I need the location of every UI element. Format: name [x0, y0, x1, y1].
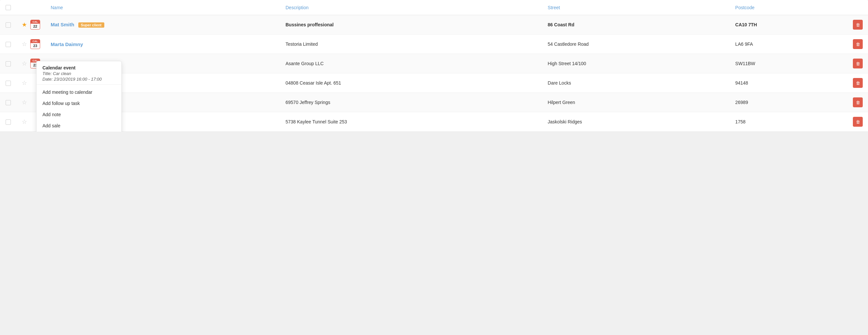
delete-button[interactable]: 🗑 — [853, 78, 863, 88]
cal-month-label: CAL — [31, 20, 40, 24]
row-actions-cell: 🗑 — [847, 35, 868, 54]
row-postcode-cell: 26989 — [730, 93, 847, 112]
row-name-cell: Marta Daimny — [45, 35, 280, 54]
row-actions-cell: 🗑 — [847, 112, 868, 132]
street-text: Dare Locks — [548, 80, 571, 86]
popup-event-title: Title: Car clean — [42, 71, 116, 76]
row-street-cell: Hilpert Green — [542, 93, 730, 112]
table-row: ☆ CAL 23 Martin Kowalsky VIP Asante Grou… — [0, 54, 868, 73]
title-label: Title: — [42, 71, 52, 76]
select-all-checkbox[interactable] — [6, 5, 11, 10]
row-checkbox[interactable] — [6, 100, 11, 105]
table-row: ★ CAL 22 Mat Smith Super client Bussines… — [0, 15, 868, 35]
description-text: Bussines proffesional — [286, 22, 334, 27]
row-postcode-cell: LA6 9FA — [730, 35, 847, 54]
row-description-cell: Testoria Limited — [280, 35, 542, 54]
postcode-text: 1758 — [735, 119, 746, 124]
street-text: Hilpert Green — [548, 100, 575, 105]
row-checkbox[interactable] — [6, 61, 11, 66]
row-checkbox-cell — [0, 73, 17, 93]
popup-title: Calendar event — [42, 65, 116, 70]
row-actions-cell: 🗑 — [847, 15, 868, 35]
popup-menu-item-note[interactable]: Add note — [36, 109, 121, 120]
event-date-value: 23/10/2019 16:00 - 17:00 — [54, 77, 102, 82]
row-description-cell: 69570 Jeffrey Springs — [280, 93, 542, 112]
calendar-event-popup: Calendar event Title: Car clean Date: 23… — [36, 61, 122, 132]
row-checkbox[interactable] — [6, 81, 11, 86]
star-icon[interactable]: ☆ — [22, 118, 27, 125]
super-client-badge: Super client — [78, 22, 104, 28]
postcode-text: 26989 — [735, 100, 748, 105]
row-actions-cell: 🗑 — [847, 93, 868, 112]
row-street-cell: Dare Locks — [542, 73, 730, 93]
popup-menu-item-followup[interactable]: Add follow up task — [36, 98, 121, 109]
table-row: ☆ tag2 tag3 69570 Jeffrey Springs Hilper… — [0, 93, 868, 112]
popup-menu-item-sale[interactable]: Add sale — [36, 120, 121, 131]
row-checkbox[interactable] — [6, 119, 11, 125]
row-description-cell: 04808 Ceasar Isle Apt. 651 — [280, 73, 542, 93]
star-icon[interactable]: ☆ — [22, 40, 27, 48]
star-icon[interactable]: ★ — [22, 21, 27, 28]
icons-col-header — [17, 0, 45, 15]
row-name-cell: Mat Smith Super client — [45, 15, 280, 35]
description-text: 04808 Ceasar Isle Apt. 651 — [286, 80, 341, 86]
table-row: ☆ 5738 Kaylee Tunnel Suite 253 Jaskolski… — [0, 112, 868, 132]
star-icon[interactable]: ☆ — [22, 79, 27, 87]
star-icon[interactable]: ☆ — [22, 99, 27, 106]
row-street-cell: 86 Coast Rd — [542, 15, 730, 35]
street-text: High Street 14/100 — [548, 61, 586, 66]
row-icons-cell: ☆ CAL 23 — [17, 35, 45, 54]
delete-button[interactable]: 🗑 — [853, 97, 863, 107]
select-all-col — [0, 0, 17, 15]
delete-button[interactable]: 🗑 — [853, 59, 863, 68]
row-description-cell: Asante Group LLC — [280, 54, 542, 73]
street-col-header: Street — [542, 0, 730, 15]
row-checkbox[interactable] — [6, 22, 11, 28]
popup-header: Calendar event Title: Car clean Date: 23… — [36, 65, 121, 85]
actions-col-header — [847, 0, 868, 15]
calendar-icon[interactable]: CAL 23 — [30, 39, 40, 49]
row-street-cell: High Street 14/100 — [542, 54, 730, 73]
postcode-text: CA10 7TH — [735, 22, 757, 27]
table-row: ☆ 04808 Ceasar Isle Apt. 651 Dare Locks … — [0, 73, 868, 93]
row-postcode-cell: CA10 7TH — [730, 15, 847, 35]
row-description-cell: Bussines proffesional — [280, 15, 542, 35]
row-description-cell: 5738 Kaylee Tunnel Suite 253 — [280, 112, 542, 132]
postcode-text: LA6 9FA — [735, 41, 753, 47]
date-label: Date: — [42, 77, 53, 82]
row-street-cell: 54 Castledore Road — [542, 35, 730, 54]
popup-event-date: Date: 23/10/2019 16:00 - 17:00 — [42, 77, 116, 82]
row-actions-cell: 🗑 — [847, 73, 868, 93]
postcode-text: 94148 — [735, 80, 748, 86]
row-postcode-cell: 94148 — [730, 73, 847, 93]
event-title-value: Car clean — [53, 71, 71, 76]
contact-name-link[interactable]: Mat Smith — [51, 22, 74, 27]
cal-day-label: 23 — [33, 43, 37, 49]
name-col-header: Name — [45, 0, 280, 15]
postcode-col-header: Postcode — [730, 0, 847, 15]
description-text: Testoria Limited — [286, 41, 318, 47]
cal-month-label: CAL — [31, 39, 40, 43]
street-text: 54 Castledore Road — [548, 41, 589, 47]
table-row: ☆ CAL 23 Marta Daimny Testoria Limited 5… — [0, 35, 868, 54]
row-street-cell: Jaskolski Ridges — [542, 112, 730, 132]
contact-name-link[interactable]: Marta Daimny — [51, 41, 83, 47]
row-actions-cell: 🗑 — [847, 54, 868, 73]
calendar-icon[interactable]: CAL 22 — [30, 20, 40, 30]
star-icon[interactable]: ☆ — [22, 60, 27, 67]
row-checkbox-cell — [0, 54, 17, 73]
popup-menu-item-meeting[interactable]: Add meeting to calendar — [36, 87, 121, 98]
row-postcode-cell: 1758 — [730, 112, 847, 132]
delete-button[interactable]: 🗑 — [853, 39, 863, 49]
description-text: 69570 Jeffrey Springs — [286, 100, 330, 105]
description-text: 5738 Kaylee Tunnel Suite 253 — [286, 119, 347, 124]
delete-button[interactable]: 🗑 — [853, 117, 863, 127]
row-checkbox[interactable] — [6, 42, 11, 47]
delete-button[interactable]: 🗑 — [853, 20, 863, 30]
row-checkbox-cell — [0, 112, 17, 132]
popup-menu-item-invoice[interactable]: Add invoice — [36, 131, 121, 132]
row-checkbox-cell — [0, 35, 17, 54]
row-postcode-cell: SW11BW — [730, 54, 847, 73]
postcode-text: SW11BW — [735, 61, 755, 66]
row-checkbox-cell — [0, 93, 17, 112]
